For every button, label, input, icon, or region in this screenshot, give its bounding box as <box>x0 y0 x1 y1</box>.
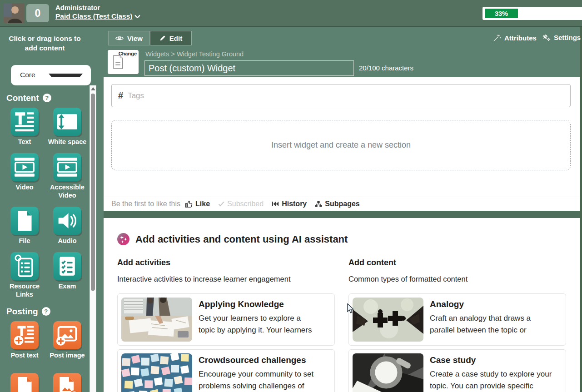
ai-card-title: Crowdsourced challenges <box>199 355 313 365</box>
post-text-icon[interactable] <box>10 321 39 349</box>
palette-grid-content: TextWhite spaceVideoAccessible VideoFile… <box>5 108 90 299</box>
palette-category-select[interactable]: Core <box>11 65 91 85</box>
progress-fill: 33% <box>485 9 518 18</box>
ai-card-title: Applying Knowledge <box>199 299 312 309</box>
ai-card-description: Encourage your community to set problems… <box>199 368 313 392</box>
editor-card: # Tags Insert widget and create a new se… <box>104 77 580 211</box>
palette-item-resource-links[interactable]: Resource Links <box>5 252 45 298</box>
ai-card-analogy[interactable]: AnalogyCraft an analogy that draws a par… <box>348 293 566 346</box>
case-study-image <box>353 353 423 392</box>
tab-view[interactable]: View <box>108 31 150 45</box>
avatar[interactable] <box>4 3 25 23</box>
palette-item-video[interactable]: Video <box>10 153 39 199</box>
tab-view-label: View <box>127 35 143 42</box>
palette-item-label: Post image <box>50 351 85 359</box>
white-space-icon[interactable] <box>53 108 81 136</box>
ai-card-applying-knowledge[interactable]: Applying KnowledgeGet your learners to e… <box>117 293 335 346</box>
check-icon <box>218 201 224 207</box>
ai-column-0: Add activitiesInteractive activities to … <box>117 258 335 392</box>
progress-bar: 33% <box>483 7 582 20</box>
help-icon[interactable]: ? <box>42 307 50 316</box>
subscribed-label: Subscribed <box>227 200 264 208</box>
class-switcher[interactable]: Paid Class (Test Class) <box>55 12 140 20</box>
palette-item-label: Post text <box>10 351 38 359</box>
text-icon[interactable] <box>10 108 39 136</box>
post-media-icon[interactable] <box>53 373 81 392</box>
post-file-icon[interactable] <box>10 373 39 392</box>
breadcrumb[interactable]: Widgets > Widget Testing Ground <box>145 50 244 58</box>
history-icon <box>272 201 279 207</box>
section-title: Posting <box>6 307 38 317</box>
social-bar: Be the first to like this Like Subscribe… <box>104 197 580 211</box>
section-title: Content <box>6 93 39 103</box>
palette-item-label: Text <box>18 138 31 146</box>
video-icon[interactable] <box>10 153 39 181</box>
insert-widget-dropzone[interactable]: Insert widget and create a new section <box>111 120 571 170</box>
attributes-label: Attributes <box>504 34 537 42</box>
document-icon <box>112 55 124 69</box>
history-button[interactable]: History <box>272 200 307 208</box>
palette-heading: Click or drag icons to add content <box>4 34 86 53</box>
sitemap-icon <box>315 201 322 207</box>
palette-item-accessible-video[interactable]: Accessible Video <box>47 153 87 199</box>
ai-column-heading: Add content <box>348 258 566 268</box>
ai-card-text: Crowdsourced challengesEncourage your co… <box>199 353 313 392</box>
ai-card-description: Craft an analogy that draws a parallel b… <box>430 313 531 337</box>
resource-links-icon[interactable] <box>10 252 39 280</box>
insert-widget-prompt: Insert widget and create a new section <box>271 140 411 150</box>
sidebar-scrollbar[interactable] <box>90 85 96 392</box>
palette-item-post-file-icon[interactable] <box>10 373 39 392</box>
subpages-button[interactable]: Subpages <box>315 200 359 208</box>
page-title-input[interactable] <box>144 60 354 76</box>
palette-item-file[interactable]: File <box>10 207 39 245</box>
hash-icon: # <box>118 90 123 101</box>
palette-item-white-space[interactable]: White space <box>48 108 87 146</box>
chevron-down-icon <box>134 15 140 19</box>
like-button[interactable]: Like <box>185 200 210 208</box>
magic-wand-icon <box>493 34 501 42</box>
like-hint: Be the first to like this <box>111 200 180 208</box>
palette-grid-posting: Post textPost image <box>5 321 90 392</box>
file-icon[interactable] <box>10 207 39 235</box>
ai-card-crowdsourced-challenges[interactable]: Crowdsourced challengesEncourage your co… <box>117 349 335 392</box>
palette-item-exam[interactable]: Exam <box>53 252 81 298</box>
attributes-button[interactable]: Attributes <box>493 34 537 42</box>
scroll-up-arrow-icon[interactable] <box>91 87 95 90</box>
subpages-label: Subpages <box>325 200 359 208</box>
ai-column-heading: Add activities <box>117 258 335 268</box>
ai-card-title: Case study <box>430 355 552 365</box>
top-bar-divider <box>0 26 582 27</box>
palette-category-value: Core <box>20 71 49 79</box>
ai-card-description: Create a case study to explore your topi… <box>430 368 552 392</box>
palette-item-label: Audio <box>58 237 76 245</box>
palette-item-post-image[interactable]: Post image <box>50 321 85 359</box>
accessible-video-icon[interactable] <box>53 153 81 181</box>
eye-icon <box>115 35 124 41</box>
char-counter: 20/100 characters <box>359 64 413 72</box>
tags-input[interactable]: # Tags <box>111 84 571 107</box>
page-icon-change-button[interactable]: Change <box>108 50 139 74</box>
palette-item-post-media-icon[interactable] <box>53 373 81 392</box>
applying-knowledge-image <box>121 298 192 342</box>
caret-down-icon <box>49 74 83 77</box>
window-edge <box>580 27 582 392</box>
app-window: 0 Administrator Paid Class (Test Class) … <box>0 0 582 392</box>
sidebar-section-heading-content: Content? <box>6 93 90 103</box>
audio-icon[interactable] <box>53 207 81 235</box>
palette-item-post-text[interactable]: Post text <box>10 321 39 359</box>
ai-card-case-study[interactable]: Case studyCreate a case study to explore… <box>348 349 566 392</box>
help-icon[interactable]: ? <box>43 94 51 102</box>
ai-card-description: Get your learners to explore a topic by … <box>199 313 312 337</box>
tab-edit[interactable]: Edit <box>150 31 192 45</box>
scrollbar-thumb[interactable] <box>91 94 95 291</box>
post-image-icon[interactable] <box>53 321 81 349</box>
palette-item-audio[interactable]: Audio <box>53 207 81 245</box>
exam-icon[interactable] <box>53 252 81 280</box>
gear-icon <box>542 34 551 41</box>
settings-button[interactable]: Settings <box>542 34 581 41</box>
subscribed-toggle[interactable]: Subscribed <box>218 200 264 208</box>
notification-count-badge[interactable]: 0 <box>26 4 49 22</box>
like-label: Like <box>195 200 210 208</box>
ai-card-text: AnalogyCraft an analogy that draws a par… <box>430 298 531 342</box>
palette-item-text[interactable]: Text <box>10 108 39 146</box>
